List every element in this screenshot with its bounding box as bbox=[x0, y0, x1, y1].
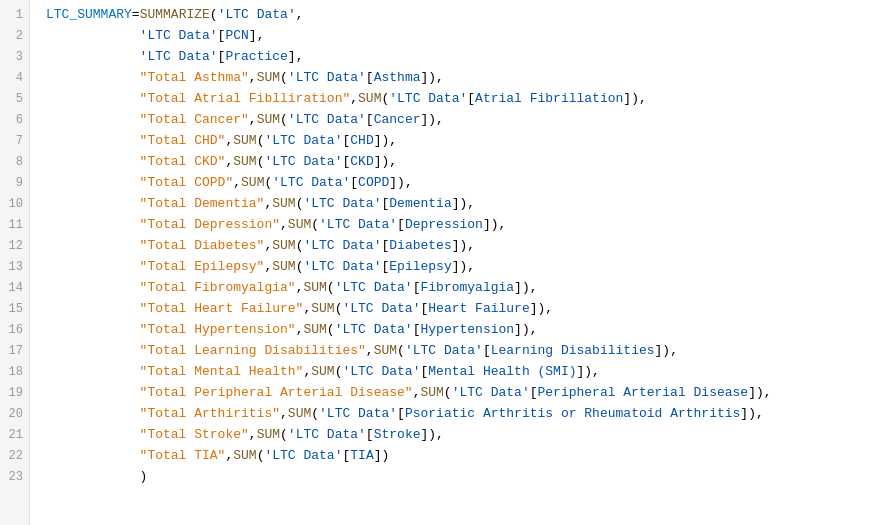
token: ]), bbox=[420, 425, 443, 445]
line-number-19: 19 bbox=[0, 382, 29, 403]
token: ]), bbox=[374, 152, 397, 172]
line-number-4: 4 bbox=[0, 67, 29, 88]
token: [ bbox=[397, 404, 405, 424]
code-line-5: "Total Atrial Fiblliration",SUM('LTC Dat… bbox=[38, 88, 883, 109]
code-line-10: "Total Dementia", SUM('LTC Data'[Dementi… bbox=[38, 193, 883, 214]
line-number-5: 5 bbox=[0, 88, 29, 109]
token: Dementia bbox=[389, 194, 451, 214]
token: "Total Peripheral Arterial Disease" bbox=[140, 383, 413, 403]
token: [ bbox=[381, 194, 389, 214]
token: ( bbox=[280, 425, 288, 445]
code-line-23: ) bbox=[38, 466, 883, 487]
token: [ bbox=[218, 47, 226, 67]
token: [ bbox=[218, 26, 226, 46]
token: , bbox=[225, 152, 233, 172]
code-line-11: "Total Depression", SUM('LTC Data'[Depre… bbox=[38, 214, 883, 235]
token: ]), bbox=[452, 257, 475, 277]
token: SUM bbox=[374, 341, 397, 361]
token: "Total TIA" bbox=[140, 446, 226, 466]
token: [ bbox=[342, 152, 350, 172]
token: 'LTC Data' bbox=[218, 5, 296, 25]
token: 'LTC Data' bbox=[264, 131, 342, 151]
token: 'LTC Data' bbox=[272, 173, 350, 193]
token: ( bbox=[397, 341, 405, 361]
token: , bbox=[366, 341, 374, 361]
token: , bbox=[296, 320, 304, 340]
token: SUM bbox=[272, 194, 295, 214]
token: "Total CHD" bbox=[140, 131, 226, 151]
token: Psoriatic Arthritis or Rheumatoid Arthri… bbox=[405, 404, 740, 424]
code-line-18: "Total Mental Health", SUM('LTC Data'[Me… bbox=[38, 361, 883, 382]
line-number-16: 16 bbox=[0, 319, 29, 340]
token: SUMMARIZE bbox=[140, 5, 210, 25]
token: ]), bbox=[748, 383, 771, 403]
token: 'LTC Data' bbox=[342, 299, 420, 319]
token: ( bbox=[381, 89, 389, 109]
code-line-20: "Total Arthiritis", SUM('LTC Data'[Psori… bbox=[38, 403, 883, 424]
token: SUM bbox=[257, 110, 280, 130]
line-number-3: 3 bbox=[0, 46, 29, 67]
token: 'LTC Data' bbox=[264, 446, 342, 466]
token: [ bbox=[350, 173, 358, 193]
token: , bbox=[264, 194, 272, 214]
token: SUM bbox=[272, 257, 295, 277]
token: ( bbox=[335, 299, 343, 319]
token: Practice bbox=[225, 47, 287, 67]
line-number-20: 20 bbox=[0, 403, 29, 424]
token: SUM bbox=[233, 152, 256, 172]
token: ( bbox=[296, 194, 304, 214]
token: SUM bbox=[311, 299, 334, 319]
token: "Total Stroke" bbox=[140, 425, 249, 445]
line-number-14: 14 bbox=[0, 277, 29, 298]
token: ]) bbox=[374, 446, 390, 466]
token: "Total Dementia" bbox=[140, 194, 265, 214]
token: ( bbox=[296, 236, 304, 256]
token: , bbox=[296, 278, 304, 298]
line-number-12: 12 bbox=[0, 235, 29, 256]
token: , bbox=[350, 89, 358, 109]
token: 'LTC Data' bbox=[288, 68, 366, 88]
token: "Total Depression" bbox=[140, 215, 280, 235]
code-line-6: "Total Cancer", SUM('LTC Data'[Cancer]), bbox=[38, 109, 883, 130]
token: 'LTC Data' bbox=[335, 278, 413, 298]
token: SUM bbox=[257, 425, 280, 445]
token: ], bbox=[288, 47, 304, 67]
code-area[interactable]: LTC_SUMMARY = SUMMARIZE('LTC Data','LTC … bbox=[38, 0, 883, 525]
token: Epilepsy bbox=[389, 257, 451, 277]
editor-container: 1234567891011121314151617181920212223 LT… bbox=[0, 0, 883, 525]
token: SUM bbox=[241, 173, 264, 193]
token: "Total Hypertension" bbox=[140, 320, 296, 340]
token: 'LTC Data' bbox=[303, 236, 381, 256]
token: ]), bbox=[577, 362, 600, 382]
token: ]), bbox=[389, 173, 412, 193]
token: Peripheral Arterial Disease bbox=[538, 383, 749, 403]
code-line-21: "Total Stroke", SUM('LTC Data'[Stroke]), bbox=[38, 424, 883, 445]
code-line-12: "Total Diabetes", SUM('LTC Data'[Diabete… bbox=[38, 235, 883, 256]
code-line-22: "Total TIA", SUM('LTC Data'[TIA]) bbox=[38, 445, 883, 466]
token: , bbox=[249, 68, 257, 88]
token: , bbox=[303, 299, 311, 319]
token: [ bbox=[342, 131, 350, 151]
line-number-18: 18 bbox=[0, 361, 29, 382]
line-number-21: 21 bbox=[0, 424, 29, 445]
token: ( bbox=[444, 383, 452, 403]
line-numbers: 1234567891011121314151617181920212223 bbox=[0, 0, 30, 525]
token: , bbox=[280, 215, 288, 235]
line-number-10: 10 bbox=[0, 193, 29, 214]
token: 'LTC Data' bbox=[335, 320, 413, 340]
code-line-17: "Total Learning Disabilities", SUM('LTC … bbox=[38, 340, 883, 361]
token: "Total Fibromyalgia" bbox=[140, 278, 296, 298]
token: Stroke bbox=[374, 425, 421, 445]
code-line-3: 'LTC Data'[Practice], bbox=[38, 46, 883, 67]
token: 'LTC Data' bbox=[288, 110, 366, 130]
token: [ bbox=[381, 257, 389, 277]
token: , bbox=[249, 110, 257, 130]
code-line-2: 'LTC Data'[PCN], bbox=[38, 25, 883, 46]
token: 'LTC Data' bbox=[140, 26, 218, 46]
token: [ bbox=[381, 236, 389, 256]
code-line-7: "Total CHD", SUM('LTC Data'[CHD]), bbox=[38, 130, 883, 151]
token: ( bbox=[327, 320, 335, 340]
token: "Total Learning Disabilities" bbox=[140, 341, 366, 361]
token: ( bbox=[327, 278, 335, 298]
token: ]), bbox=[452, 194, 475, 214]
